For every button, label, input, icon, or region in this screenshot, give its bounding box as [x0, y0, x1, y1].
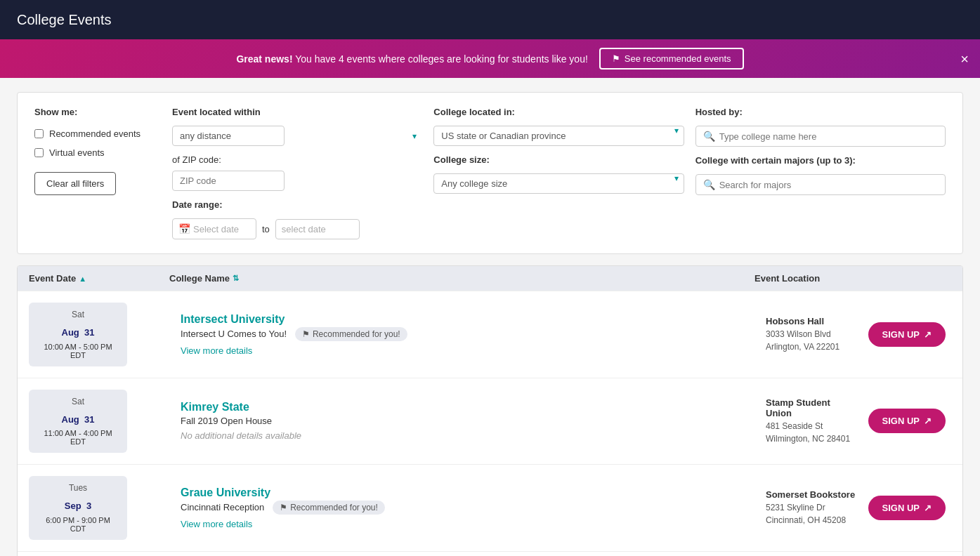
event-month-day-1: Aug 31 [40, 319, 116, 340]
college-size-select-wrapper: Any college size ▾ [433, 173, 684, 194]
event-time-2: 11:00 AM - 4:00 PM EDT [40, 429, 116, 446]
event-date-num-2: 31 [84, 414, 94, 425]
recommended-label-3: Recommended for you! [290, 503, 378, 512]
filters-section: Show me: Recommended events Virtual even… [17, 92, 963, 254]
college-size-filter-row: College size: Any college size ▾ [433, 154, 684, 194]
college-name-input[interactable] [719, 131, 938, 142]
show-me-column: Show me: Recommended events Virtual even… [34, 107, 161, 195]
view-more-3[interactable]: View more details [181, 519, 743, 529]
majors-label: College with certain majors (up to 3): [695, 155, 946, 166]
signup-button-3[interactable]: SIGN UP ↗ [868, 496, 946, 520]
date-end-placeholder: select date [282, 224, 326, 234]
event-action-3: Somerset Bookstore 5231 Skyline Dr Cinci… [754, 489, 951, 527]
date-start-input[interactable]: 📅 Select date [172, 218, 256, 239]
state-select[interactable]: US state or Canadian province [433, 126, 684, 146]
event-date-num-1: 31 [84, 327, 94, 338]
table-row: Sat Aug 31 11:00 AM - 4:00 PM EDT Kimrey… [18, 378, 962, 465]
college-name-3[interactable]: Graue University [181, 486, 743, 499]
event-location-column-header: Event Location [754, 273, 951, 284]
recommended-events-checkbox-label[interactable]: Recommended events [34, 128, 161, 139]
college-name-2[interactable]: Kimrey State [181, 401, 743, 413]
college-name-column-header: College Name ⇅ [169, 273, 754, 284]
see-recommended-button[interactable]: ⚑ See recommended events [599, 48, 744, 70]
event-action-2: Stamp Student Union 481 Seaside St Wilmi… [754, 397, 951, 445]
virtual-events-checkbox[interactable] [34, 148, 44, 157]
date-end-input[interactable]: select date [275, 219, 360, 239]
location-addr1-2: 481 Seaside St [766, 420, 857, 432]
college-size-label: College size: [433, 154, 684, 165]
date-range-label: Date range: [172, 199, 422, 210]
event-date-sort-icon[interactable]: ▲ [79, 274, 86, 283]
date-to-label: to [262, 224, 270, 234]
view-more-1[interactable]: View more details [181, 345, 743, 356]
location-name-3: Somerset Bookstore [766, 489, 855, 500]
location-addr2-1: Arlington, VA 22201 [766, 340, 839, 353]
event-day-2: Sat [40, 397, 116, 406]
location-addr2-3: Cincinnati, OH 45208 [766, 514, 855, 527]
recommended-events-label: Recommended events [49, 128, 141, 139]
clear-all-filters-button[interactable]: Clear all filters [34, 172, 116, 195]
college-location-column: College located in: US state or Canadian… [433, 107, 684, 194]
hosted-by-filter-row: Hosted by: 🔍 [695, 107, 946, 147]
event-month-1: Aug [62, 327, 79, 338]
signup-label-1: SIGN UP [882, 329, 920, 340]
college-name-sort-icon[interactable]: ⇅ [233, 274, 239, 283]
majors-search-icon: 🔍 [703, 179, 715, 190]
date-range-filter-row: Date range: 📅 Select date to select date [172, 199, 422, 239]
majors-filter-row: College with certain majors (up to 3): 🔍 [695, 155, 946, 195]
location-filter-row: Event located within any distance 5 mile… [172, 107, 422, 146]
college-located-filter-row: College located in: US state or Canadian… [433, 107, 684, 146]
location-address-3: 5231 Skyline Dr Cincinnati, OH 45208 [766, 501, 855, 527]
distance-chevron-icon: ▾ [412, 131, 417, 141]
distance-select-wrapper: any distance 5 miles 10 miles 25 miles 5… [172, 126, 422, 146]
distance-select[interactable]: any distance 5 miles 10 miles 25 miles 5… [172, 126, 285, 146]
location-addr1-1: 3033 Wilson Blvd [766, 328, 839, 340]
events-table: Event Date ▲ College Name ⇅ Event Locati… [17, 265, 963, 556]
event-info-3: Graue University Cincinnati Reception ⚑ … [169, 486, 754, 529]
location-address-2: 481 Seaside St Wilmington, NC 28401 [766, 420, 857, 445]
external-link-icon-1: ↗ [924, 329, 932, 340]
signup-button-1[interactable]: SIGN UP ↗ [868, 322, 946, 347]
external-link-icon-3: ↗ [924, 503, 932, 513]
no-details-2: No additional details available [181, 430, 743, 441]
event-time-3: 6:00 PM - 9:00 PM CDT [40, 516, 116, 533]
majors-input[interactable] [719, 180, 938, 190]
calendar-icon: 📅 [178, 223, 190, 234]
banner-text: Great news! You have 4 events where coll… [236, 53, 587, 65]
college-name-1[interactable]: Intersect University [181, 313, 743, 326]
majors-search-wrap: 🔍 [695, 174, 946, 195]
recommended-badge-3: ⚑ Recommended for you! [273, 501, 385, 515]
recommended-label-1: Recommended for you! [313, 329, 400, 339]
badge-flag-icon-1: ⚑ [302, 329, 310, 339]
location-name-2: Stamp Student Union [766, 397, 857, 418]
event-info-2: Kimrey State Fall 2019 Open House No add… [169, 401, 754, 441]
banner-text-prefix: Great news! [236, 53, 292, 65]
event-location-3: Somerset Bookstore 5231 Skyline Dr Cinci… [754, 489, 866, 527]
zip-label: of ZIP code: [172, 154, 422, 165]
recommended-events-checkbox[interactable] [34, 129, 44, 138]
event-month-day-2: Aug 31 [40, 406, 116, 427]
college-size-select[interactable]: Any college size [433, 173, 684, 194]
event-date-box-2: Sat Aug 31 11:00 AM - 4:00 PM EDT [29, 390, 127, 454]
event-date-cell-1: Sat Aug 31 10:00 AM - 5:00 PM EDT [29, 303, 169, 366]
event-date-label: Event Date [29, 273, 76, 284]
zip-input[interactable] [172, 171, 285, 191]
filters-grid: Show me: Recommended events Virtual even… [34, 107, 946, 239]
college-located-label: College located in: [433, 107, 684, 117]
external-link-icon-2: ↗ [924, 416, 932, 426]
event-month-2: Aug [62, 414, 79, 425]
event-action-1: Hobsons Hall 3033 Wilson Blvd Arlington,… [754, 316, 951, 353]
location-name-1: Hobsons Hall [766, 316, 839, 326]
college-name-search-wrap: 🔍 [695, 126, 946, 147]
event-location-label: Event located within [172, 107, 422, 117]
event-day-1: Sat [40, 310, 116, 319]
table-row: Thurs Sep 5 7:00 PM - 9:00 PM EDT White … [18, 551, 962, 556]
event-location-1: Hobsons Hall 3033 Wilson Blvd Arlington,… [754, 316, 851, 353]
location-date-column: Event located within any distance 5 mile… [172, 107, 422, 239]
banner-close-button[interactable]: × [960, 52, 969, 66]
event-month-3: Sep [65, 501, 81, 511]
event-month-day-3: Sep 3 [40, 493, 116, 513]
signup-button-2[interactable]: SIGN UP ↗ [868, 409, 946, 433]
event-date-cell-2: Sat Aug 31 11:00 AM - 4:00 PM EDT [29, 390, 169, 454]
virtual-events-checkbox-label[interactable]: Virtual events [34, 147, 161, 158]
